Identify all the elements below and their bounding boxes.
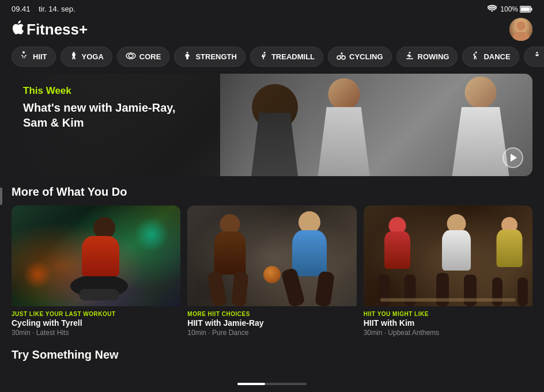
category-pill-yoga[interactable]: YOGA (61, 47, 112, 67)
app-logo: Fitness+ (12, 20, 88, 39)
fitness-plus-text: Fitness+ (27, 21, 88, 39)
card-2-title: HIIT with Jamie-Ray (187, 318, 356, 328)
hero-banner[interactable]: This Week What's new with Jamie-Ray,Sam … (12, 74, 532, 176)
workout-card-2[interactable]: MORE HIIT CHOICES HIIT with Jamie-Ray 10… (187, 205, 356, 339)
side-handle (0, 188, 2, 205)
card-1-title: Cycling with Tyrell (12, 318, 180, 328)
card-1-category: JUST LIKE YOUR LAST WORKOUT (12, 311, 180, 317)
category-pill-dance[interactable]: DANCE (462, 47, 519, 67)
yoga-icon (69, 51, 78, 62)
wifi-icon (488, 5, 497, 13)
dance-label: DANCE (483, 52, 510, 61)
more-section: More of What You Do J (0, 185, 544, 339)
mindful-icon (532, 51, 542, 62)
category-pill-mindful[interactable]: MINDFUL COOLDOWN (524, 47, 544, 67)
category-pill-cycling[interactable]: CYCLING (328, 47, 392, 67)
svg-point-8 (337, 56, 341, 59)
strength-label: STRENGTH (195, 52, 237, 61)
hero-title: What's new with Jamie-Ray,Sam & Kim (23, 100, 532, 130)
svg-point-14 (536, 52, 538, 54)
status-right: 100% (488, 5, 532, 13)
app-header: Fitness+ (0, 16, 544, 47)
card-2-info: MORE HIIT CHOICES HIIT with Jamie-Ray 10… (187, 306, 356, 339)
hero-content: This Week What's new with Jamie-Ray,Sam … (23, 85, 532, 130)
progress-bar-container (237, 383, 307, 385)
status-time: 09.41 (12, 5, 31, 13)
yoga-label: YOGA (82, 52, 104, 61)
play-triangle-icon (511, 154, 517, 162)
hiit-icon (20, 51, 29, 62)
progress-bar-fill (237, 383, 265, 385)
status-bar: 09.41 tir. 14. sep. 100% (0, 0, 544, 16)
treadmill-icon (259, 51, 268, 62)
core-label: CORE (139, 52, 161, 61)
card-3-info: HIIT YOU MIGHT LIKE HIIT with Kim 30min … (364, 306, 532, 339)
category-pill-core[interactable]: CORE (117, 47, 170, 67)
svg-point-7 (263, 52, 265, 54)
svg-point-10 (341, 52, 343, 54)
category-pill-rowing[interactable]: ROWING (396, 47, 458, 67)
card-3-meta: 30min · Upbeat Anthems (364, 329, 532, 337)
more-section-title: More of What You Do (0, 185, 544, 205)
card-1-thumbnail (12, 205, 180, 306)
svg-rect-1 (531, 7, 532, 10)
card-2-category: MORE HIIT CHOICES (187, 311, 356, 317)
category-pill-strength[interactable]: STRENGTH (174, 47, 245, 67)
card-1-info: JUST LIKE YOUR LAST WORKOUT Cycling with… (12, 306, 180, 339)
avatar[interactable] (509, 18, 532, 41)
cycling-icon (337, 51, 346, 62)
svg-point-5 (129, 54, 133, 58)
card-2-thumbnail (187, 205, 356, 306)
try-new-title: Try Something New (12, 348, 532, 361)
card-3-title: HIIT with Kim (364, 318, 532, 328)
card-3-thumbnail (364, 205, 532, 306)
card-1-meta: 30min · Latest Hits (12, 329, 180, 337)
workout-card-3[interactable]: HIIT YOU MIGHT LIKE HIIT with Kim 30min … (364, 205, 532, 339)
apple-logo-icon (12, 20, 24, 39)
category-bar[interactable]: HIIT YOGA CORE STRENGTH (0, 47, 544, 74)
svg-point-11 (409, 52, 410, 54)
battery-icon: 100% (500, 5, 532, 13)
workout-card-1[interactable]: JUST LIKE YOUR LAST WORKOUT Cycling with… (12, 205, 180, 339)
cycling-label: CYCLING (349, 52, 383, 61)
dance-icon (471, 51, 480, 62)
status-date: tir. 14. sep. (39, 5, 75, 13)
rowing-label: ROWING (418, 52, 449, 61)
hiit-label: HIIT (33, 52, 47, 61)
category-pill-treadmill[interactable]: TREADMILL (250, 47, 323, 67)
strength-icon (183, 51, 192, 62)
hero-badge: This Week (23, 85, 532, 97)
try-new-section: Try Something New (0, 339, 544, 361)
cards-row: JUST LIKE YOUR LAST WORKOUT Cycling with… (0, 205, 544, 339)
svg-point-6 (187, 52, 188, 54)
core-icon (126, 52, 136, 62)
svg-point-13 (475, 52, 477, 54)
category-pill-hiit[interactable]: HIIT (12, 47, 56, 67)
card-3-category: HIIT YOU MIGHT LIKE (364, 311, 532, 317)
svg-rect-2 (521, 7, 530, 11)
card-2-meta: 10min · Pure Dance (187, 329, 356, 337)
rowing-icon (405, 51, 414, 62)
play-button[interactable] (503, 147, 523, 168)
status-time-date: 09.41 tir. 14. sep. (12, 5, 75, 13)
treadmill-label: TREADMILL (271, 52, 315, 61)
